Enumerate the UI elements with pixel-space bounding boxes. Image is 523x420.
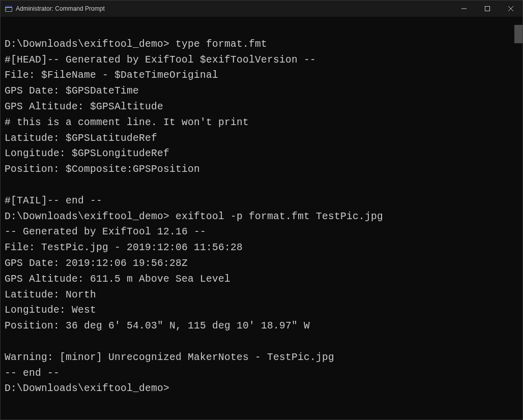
scrollbar-thumb[interactable] — [514, 25, 522, 43]
minimize-button[interactable] — [452, 1, 476, 17]
close-button[interactable] — [499, 1, 522, 17]
svg-rect-5 — [485, 7, 490, 11]
svg-rect-1 — [5, 6, 12, 7]
terminal-body[interactable]: D:\Downloads\exiftool_demo> type format.… — [1, 17, 522, 419]
terminal-output: D:\Downloads\exiftool_demo> type format.… — [1, 17, 522, 419]
titlebar[interactable]: C:\ Administrator: Command Prompt — [1, 1, 522, 17]
maximize-button[interactable] — [476, 1, 499, 17]
window-title: Administrator: Command Prompt — [16, 5, 452, 12]
cmd-icon: C:\ — [5, 5, 13, 13]
window-controls — [452, 1, 522, 17]
scrollbar[interactable] — [514, 17, 522, 419]
command-prompt-window: C:\ Administrator: Command Prompt D:\Dow… — [0, 0, 523, 420]
svg-text:C:\: C:\ — [6, 8, 11, 11]
